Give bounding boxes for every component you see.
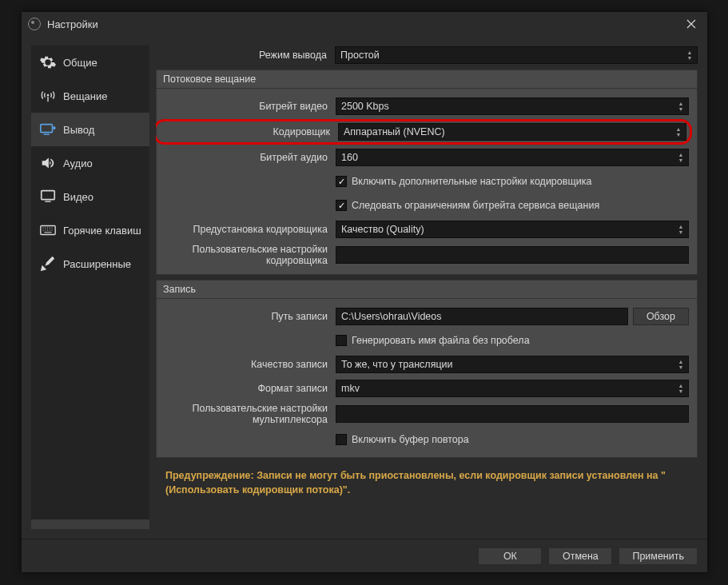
antenna-icon [39,87,57,105]
svg-rect-4 [45,201,50,202]
sidebar-item-label: Вещание [63,90,108,102]
updown-icon: ▲▼ [673,124,684,140]
streaming-group-title: Потоковое вещание [157,70,697,89]
record-path-label: Путь записи [157,311,331,322]
recording-group: Запись Путь записи C:\Users\ohrau\Videos… [156,280,698,458]
sidebar-item-stream[interactable]: Вещание [31,79,149,113]
record-format-label: Формат записи [157,383,331,394]
sidebar: Общие Вещание Вывод Аудио Видео Горячие … [31,46,149,529]
updown-icon: ▲▼ [675,380,686,396]
replay-buffer-checkbox[interactable]: Включить буфер повтора [336,434,469,445]
custom-encoder-label: Пользовательские настройки кодировщика [157,244,331,266]
sidebar-item-label: Видео [63,191,93,203]
content-panel: Режим вывода Простой ▲▼ Потоковое вещани… [156,46,698,529]
record-quality-label: Качество записи [157,359,331,370]
encoder-label: Кодировщик [159,126,333,137]
updown-icon: ▲▼ [675,356,686,372]
record-quality-select[interactable]: То же, что у трансляции▲▼ [336,356,689,373]
filename-no-space-checkbox[interactable]: Генерировать имя файла без пробела [336,335,530,346]
output-mode-row: Режим вывода Простой ▲▼ [156,46,698,65]
sidebar-item-label: Горячие клавиш [63,225,141,237]
settings-window: Настройки Общие Вещание Вывод Аудио [22,12,707,572]
encoder-row-highlight: Кодировщик Аппаратный (NVENC)▲▼ [156,119,692,145]
sidebar-item-label: Общие [63,57,97,69]
svg-rect-2 [44,134,50,135]
sidebar-item-advanced[interactable]: Расширенные [31,247,149,281]
sidebar-item-video[interactable]: Видео [31,180,149,213]
dialog-body: Общие Вещание Вывод Аудио Видео Горячие … [22,36,707,539]
close-icon [686,19,696,29]
warning-text: Предупреждение: Записи не могут быть при… [156,463,698,503]
checkbox-icon [336,176,347,187]
sidebar-item-audio[interactable]: Аудио [31,146,149,180]
titlebar: Настройки [22,12,707,36]
svg-rect-3 [42,191,55,200]
bitrate-audio-select[interactable]: 160▲▼ [336,149,689,166]
muxer-input[interactable] [336,405,689,423]
sidebar-item-output[interactable]: Вывод [31,113,149,146]
bitrate-limits-checkbox[interactable]: Следовать ограничениям битрейта сервиса … [336,200,599,211]
encoder-preset-label: Предустановка кодировщика [157,224,331,235]
updown-icon: ▲▼ [684,47,695,63]
encoder-preset-select[interactable]: Качество (Quality)▲▼ [336,221,689,238]
record-path-input[interactable]: C:\Users\ohrau\Videos [336,308,628,325]
apply-button[interactable]: Применить [619,547,698,565]
bitrate-video-label: Битрейт видео [157,101,331,112]
sidebar-item-hotkeys[interactable]: Горячие клавиш [31,213,149,247]
sidebar-item-label: Аудио [63,157,93,169]
bitrate-audio-label: Битрейт аудио [157,152,331,163]
updown-icon: ▲▼ [675,221,686,237]
checkbox-icon [336,335,347,346]
cancel-button[interactable]: Отмена [548,547,612,565]
output-mode-select[interactable]: Простой ▲▼ [335,46,698,64]
sidebar-item-label: Расширенные [63,258,131,270]
output-mode-value: Простой [340,50,380,61]
checkbox-icon [336,200,347,211]
svg-point-0 [47,94,50,97]
keyboard-icon [39,221,57,239]
encoder-select[interactable]: Аппаратный (NVENC)▲▼ [338,123,686,141]
gear-icon [39,54,57,71]
streaming-group: Потоковое вещание Битрейт видео 2500 Kbp… [156,70,698,275]
updown-icon: ▲▼ [675,149,686,165]
bitrate-video-input[interactable]: 2500 Kbps▲▼ [336,98,689,115]
dialog-footer: ОК Отмена Применить [22,539,707,572]
output-icon [39,121,57,138]
recording-group-title: Запись [157,281,697,299]
updown-icon: ▲▼ [675,98,686,114]
checkbox-icon [336,434,347,445]
tools-icon [39,255,57,273]
advanced-encoder-checkbox[interactable]: Включить дополнительные настройки кодиро… [336,176,591,187]
close-button[interactable] [675,12,707,36]
svg-rect-1 [41,125,53,133]
browse-button[interactable]: Обзор [633,308,689,325]
record-format-select[interactable]: mkv▲▼ [336,380,689,397]
window-title: Настройки [47,18,675,30]
app-icon [28,18,41,30]
sidebar-scrollbar[interactable] [31,519,149,529]
muxer-label: Пользовательские настройки мультиплексор… [157,403,331,425]
sidebar-item-general[interactable]: Общие [31,46,149,79]
output-mode-label: Режим вывода [156,50,330,61]
sidebar-item-label: Вывод [63,124,94,136]
custom-encoder-input[interactable] [336,246,689,264]
speaker-icon [39,154,57,172]
monitor-icon [39,188,57,205]
ok-button[interactable]: ОК [478,547,542,565]
